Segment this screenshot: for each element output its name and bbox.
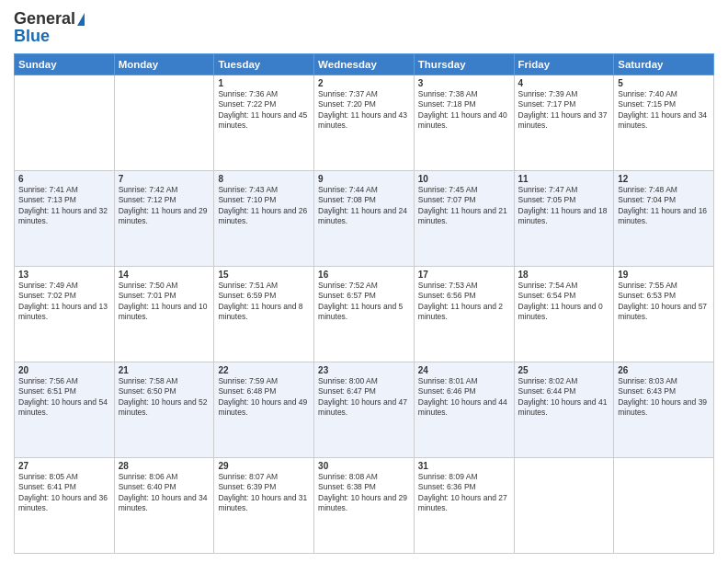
calendar-cell: 29Sunrise: 8:07 AMSunset: 6:39 PMDayligh… bbox=[214, 458, 314, 554]
calendar-cell: 16Sunrise: 7:52 AMSunset: 6:57 PMDayligh… bbox=[314, 267, 415, 362]
day-number: 20 bbox=[18, 365, 110, 375]
calendar-cell: 20Sunrise: 7:56 AMSunset: 6:51 PMDayligh… bbox=[15, 362, 115, 458]
weekday-header-tuesday: Tuesday bbox=[214, 54, 314, 75]
day-info: Sunrise: 7:52 AMSunset: 6:57 PMDaylight:… bbox=[318, 281, 410, 323]
calendar-cell: 18Sunrise: 7:54 AMSunset: 6:54 PMDayligh… bbox=[514, 267, 614, 362]
day-info: Sunrise: 7:39 AMSunset: 7:17 PMDaylight:… bbox=[518, 89, 610, 132]
day-info: Sunrise: 7:47 AMSunset: 7:05 PMDaylight:… bbox=[518, 185, 610, 227]
day-number: 30 bbox=[318, 461, 410, 471]
calendar: SundayMondayTuesdayWednesdayThursdayFrid… bbox=[14, 53, 714, 554]
day-info: Sunrise: 8:03 AMSunset: 6:43 PMDaylight:… bbox=[618, 376, 710, 419]
day-info: Sunrise: 7:56 AMSunset: 6:51 PMDaylight:… bbox=[18, 376, 110, 419]
calendar-week-row: 20Sunrise: 7:56 AMSunset: 6:51 PMDayligh… bbox=[15, 362, 714, 458]
day-info: Sunrise: 7:59 AMSunset: 6:48 PMDaylight:… bbox=[218, 376, 310, 419]
day-number: 4 bbox=[518, 78, 610, 88]
header: General Blue bbox=[14, 9, 714, 46]
day-number: 14 bbox=[119, 270, 210, 280]
day-info: Sunrise: 7:51 AMSunset: 6:59 PMDaylight:… bbox=[218, 281, 310, 323]
day-info: Sunrise: 8:08 AMSunset: 6:38 PMDaylight:… bbox=[318, 472, 410, 514]
calendar-cell: 3Sunrise: 7:38 AMSunset: 7:18 PMDaylight… bbox=[414, 75, 514, 171]
logo-blue-text: Blue bbox=[14, 27, 50, 46]
day-info: Sunrise: 7:54 AMSunset: 6:54 PMDaylight:… bbox=[518, 281, 610, 323]
calendar-cell: 31Sunrise: 8:09 AMSunset: 6:36 PMDayligh… bbox=[414, 458, 514, 554]
calendar-cell: 4Sunrise: 7:39 AMSunset: 7:17 PMDaylight… bbox=[514, 75, 614, 171]
day-number: 22 bbox=[218, 365, 310, 375]
day-info: Sunrise: 7:49 AMSunset: 7:02 PMDaylight:… bbox=[18, 281, 110, 323]
day-number: 11 bbox=[518, 174, 610, 184]
day-info: Sunrise: 8:01 AMSunset: 6:46 PMDaylight:… bbox=[418, 376, 510, 419]
calendar-cell: 19Sunrise: 7:55 AMSunset: 6:53 PMDayligh… bbox=[614, 267, 714, 362]
calendar-cell: 17Sunrise: 7:53 AMSunset: 6:56 PMDayligh… bbox=[414, 267, 514, 362]
calendar-cell: 12Sunrise: 7:48 AMSunset: 7:04 PMDayligh… bbox=[614, 171, 714, 267]
calendar-cell: 14Sunrise: 7:50 AMSunset: 7:01 PMDayligh… bbox=[114, 267, 214, 362]
day-info: Sunrise: 8:06 AMSunset: 6:40 PMDaylight:… bbox=[119, 472, 210, 514]
day-info: Sunrise: 7:36 AMSunset: 7:22 PMDaylight:… bbox=[218, 89, 310, 132]
calendar-cell: 8Sunrise: 7:43 AMSunset: 7:10 PMDaylight… bbox=[214, 171, 314, 267]
day-number: 8 bbox=[218, 174, 310, 184]
calendar-cell: 24Sunrise: 8:01 AMSunset: 6:46 PMDayligh… bbox=[414, 362, 514, 458]
day-info: Sunrise: 7:55 AMSunset: 6:53 PMDaylight:… bbox=[618, 281, 710, 323]
day-number: 13 bbox=[18, 270, 110, 280]
day-number: 31 bbox=[418, 461, 510, 471]
day-info: Sunrise: 7:45 AMSunset: 7:07 PMDaylight:… bbox=[418, 185, 510, 227]
day-number: 1 bbox=[218, 78, 310, 88]
day-info: Sunrise: 8:07 AMSunset: 6:39 PMDaylight:… bbox=[218, 472, 310, 514]
day-info: Sunrise: 8:02 AMSunset: 6:44 PMDaylight:… bbox=[518, 376, 610, 419]
day-info: Sunrise: 7:41 AMSunset: 7:13 PMDaylight:… bbox=[18, 185, 110, 227]
day-number: 9 bbox=[318, 174, 410, 184]
day-info: Sunrise: 7:37 AMSunset: 7:20 PMDaylight:… bbox=[318, 89, 410, 132]
calendar-cell: 26Sunrise: 8:03 AMSunset: 6:43 PMDayligh… bbox=[614, 362, 714, 458]
logo: General Blue bbox=[14, 9, 85, 46]
calendar-cell: 6Sunrise: 7:41 AMSunset: 7:13 PMDaylight… bbox=[15, 171, 115, 267]
day-number: 27 bbox=[18, 461, 110, 471]
day-number: 12 bbox=[618, 174, 710, 184]
day-number: 24 bbox=[418, 365, 510, 375]
day-info: Sunrise: 7:53 AMSunset: 6:56 PMDaylight:… bbox=[418, 281, 510, 323]
day-info: Sunrise: 8:09 AMSunset: 6:36 PMDaylight:… bbox=[418, 472, 510, 514]
calendar-cell bbox=[514, 458, 614, 554]
calendar-cell: 11Sunrise: 7:47 AMSunset: 7:05 PMDayligh… bbox=[514, 171, 614, 267]
day-number: 15 bbox=[218, 270, 310, 280]
calendar-cell: 21Sunrise: 7:58 AMSunset: 6:50 PMDayligh… bbox=[114, 362, 214, 458]
calendar-cell: 5Sunrise: 7:40 AMSunset: 7:15 PMDaylight… bbox=[614, 75, 714, 171]
calendar-cell: 1Sunrise: 7:36 AMSunset: 7:22 PMDaylight… bbox=[214, 75, 314, 171]
calendar-cell: 27Sunrise: 8:05 AMSunset: 6:41 PMDayligh… bbox=[15, 458, 115, 554]
day-number: 7 bbox=[119, 174, 210, 184]
calendar-cell: 7Sunrise: 7:42 AMSunset: 7:12 PMDaylight… bbox=[114, 171, 214, 267]
calendar-cell: 25Sunrise: 8:02 AMSunset: 6:44 PMDayligh… bbox=[514, 362, 614, 458]
day-info: Sunrise: 8:00 AMSunset: 6:47 PMDaylight:… bbox=[318, 376, 410, 419]
calendar-cell: 2Sunrise: 7:37 AMSunset: 7:20 PMDaylight… bbox=[314, 75, 415, 171]
calendar-week-row: 27Sunrise: 8:05 AMSunset: 6:41 PMDayligh… bbox=[15, 458, 714, 554]
day-info: Sunrise: 7:42 AMSunset: 7:12 PMDaylight:… bbox=[119, 185, 210, 227]
calendar-cell: 28Sunrise: 8:06 AMSunset: 6:40 PMDayligh… bbox=[114, 458, 214, 554]
day-number: 26 bbox=[618, 365, 710, 375]
calendar-cell: 10Sunrise: 7:45 AMSunset: 7:07 PMDayligh… bbox=[414, 171, 514, 267]
calendar-cell bbox=[15, 75, 115, 171]
weekday-header-wednesday: Wednesday bbox=[314, 54, 415, 75]
weekday-header-thursday: Thursday bbox=[414, 54, 514, 75]
calendar-cell: 30Sunrise: 8:08 AMSunset: 6:38 PMDayligh… bbox=[314, 458, 415, 554]
day-info: Sunrise: 7:44 AMSunset: 7:08 PMDaylight:… bbox=[318, 185, 410, 227]
calendar-cell: 23Sunrise: 8:00 AMSunset: 6:47 PMDayligh… bbox=[314, 362, 415, 458]
day-number: 19 bbox=[618, 270, 710, 280]
weekday-header-saturday: Saturday bbox=[614, 54, 714, 75]
day-info: Sunrise: 8:05 AMSunset: 6:41 PMDaylight:… bbox=[18, 472, 110, 514]
calendar-cell bbox=[114, 75, 214, 171]
day-number: 2 bbox=[318, 78, 410, 88]
day-number: 3 bbox=[418, 78, 510, 88]
calendar-cell: 22Sunrise: 7:59 AMSunset: 6:48 PMDayligh… bbox=[214, 362, 314, 458]
day-number: 10 bbox=[418, 174, 510, 184]
page: General Blue SundayMondayTuesdayWednesda… bbox=[0, 0, 728, 563]
calendar-cell: 13Sunrise: 7:49 AMSunset: 7:02 PMDayligh… bbox=[15, 267, 115, 362]
calendar-cell: 9Sunrise: 7:44 AMSunset: 7:08 PMDaylight… bbox=[314, 171, 415, 267]
logo-general-text: General bbox=[14, 9, 75, 29]
calendar-week-row: 6Sunrise: 7:41 AMSunset: 7:13 PMDaylight… bbox=[15, 171, 714, 267]
day-info: Sunrise: 7:38 AMSunset: 7:18 PMDaylight:… bbox=[418, 89, 510, 132]
day-info: Sunrise: 7:43 AMSunset: 7:10 PMDaylight:… bbox=[218, 185, 310, 227]
logo-triangle-icon bbox=[77, 13, 85, 26]
day-number: 17 bbox=[418, 270, 510, 280]
day-info: Sunrise: 7:58 AMSunset: 6:50 PMDaylight:… bbox=[119, 376, 210, 419]
weekday-header-friday: Friday bbox=[514, 54, 614, 75]
day-number: 5 bbox=[618, 78, 710, 88]
day-number: 6 bbox=[18, 174, 110, 184]
